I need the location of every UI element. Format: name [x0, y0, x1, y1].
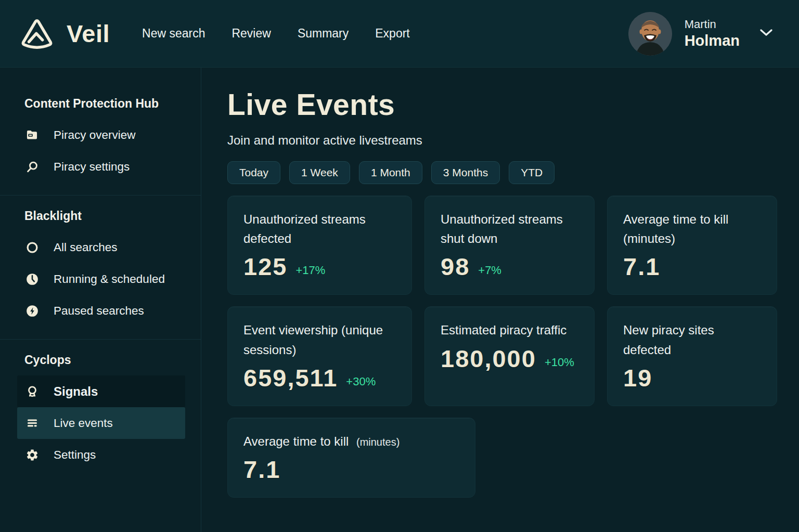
sidebar-divider: [0, 195, 201, 196]
sidebar-item-settings[interactable]: Settings: [17, 439, 185, 471]
sidebar-item-label: Piracy settings: [54, 160, 130, 174]
filter-1-week[interactable]: 1 Week: [289, 161, 350, 184]
page-subtitle: Join and monitor active livestreams: [227, 133, 777, 148]
metric-value: 659,511: [243, 364, 338, 392]
metric-value: 98: [441, 252, 470, 281]
section-heading: Content Protection Hub: [0, 97, 201, 111]
folder-icon: [25, 128, 39, 142]
sidebar-section-content-protection-hub: Content Protection Hub Piracy overview: [0, 97, 201, 193]
sidebar-item-signals[interactable]: Signals: [17, 375, 185, 407]
metric-value: 180,000: [441, 344, 536, 373]
nav-item-export[interactable]: Export: [375, 27, 409, 41]
metric-card-average-time-to-kill: Average time to kill (minutes) 7.1: [607, 196, 777, 295]
main-content: Live Events Join and monitor active live…: [201, 68, 799, 532]
metric-label: Average time to kill (minutes): [243, 432, 459, 451]
filter-3-months[interactable]: 3 Months: [431, 161, 500, 184]
user-name: Martin Holman: [685, 17, 740, 50]
veil-logo-icon: [17, 17, 57, 50]
metric-card-estimated-piracy-traffic: Estimated piracy traffic 180,000 +10%: [424, 306, 595, 406]
sidebar-item-live-events[interactable]: Live events: [17, 407, 185, 439]
sidebar-item-label: All searches: [54, 241, 118, 254]
sidebar: Content Protection Hub Piracy overview: [0, 68, 201, 532]
section-heading: Blacklight: [0, 209, 201, 223]
metric-delta: +7%: [478, 264, 501, 281]
sidebar-item-label: Live events: [54, 417, 113, 430]
sidebar-item-all-searches[interactable]: All searches: [17, 231, 185, 263]
metric-label: Unauthorized streams defected: [243, 210, 396, 248]
sidebar-item-piracy-settings[interactable]: Piracy settings: [17, 151, 185, 183]
circle-icon: [25, 240, 39, 254]
metric-value: 7.1: [243, 455, 280, 484]
filter-today[interactable]: Today: [227, 161, 280, 184]
metric-card-event-viewership: Event viewership (unique sessions) 659,5…: [227, 306, 412, 406]
clock-icon: [25, 272, 39, 286]
sidebar-item-label: Signals: [54, 384, 98, 399]
sidebar-section-cyclops: Cyclops Signals Live events: [0, 353, 201, 481]
metric-value: 125: [243, 252, 287, 281]
metric-delta: +17%: [295, 264, 325, 281]
signals-icon: [25, 384, 39, 398]
metric-label: Average time to kill (minutes): [623, 210, 761, 248]
metric-label: Event viewership (unique sessions): [243, 320, 396, 359]
avatar: [628, 12, 672, 56]
sidebar-item-label: Running & scheduled: [54, 273, 165, 286]
metric-card-new-piracy-sites-defected: New piracy sites defected 19: [607, 306, 777, 406]
nav-item-review[interactable]: Review: [231, 27, 270, 41]
list-icon: [25, 416, 39, 430]
filter-ytd[interactable]: YTD: [509, 161, 555, 184]
metric-value: 7.1: [623, 252, 660, 281]
sidebar-item-running-scheduled[interactable]: Running & scheduled: [17, 263, 185, 295]
metric-label: Estimated piracy traffic: [441, 320, 578, 340]
main-nav: New search Review Summary Export: [142, 27, 410, 41]
top-nav: Veil New search Review Summary Export: [0, 0, 799, 68]
brand-name: Veil: [67, 19, 110, 48]
user-last-name: Holman: [685, 31, 740, 50]
metric-cards-grid: Unauthorized streams defected 125 +17% U…: [227, 196, 777, 406]
metric-label-text: Average time to kill: [243, 434, 349, 448]
metric-value: 19: [623, 364, 652, 392]
metric-label: Unauthorized streams shut down: [441, 210, 578, 248]
metric-card-unauthorized-streams-defected: Unauthorized streams defected 125 +17%: [227, 196, 412, 295]
time-filter-group: Today 1 Week 1 Month 3 Months YTD: [227, 161, 777, 184]
chevron-down-icon: [759, 29, 773, 39]
metric-card-average-time-to-kill-wide: Average time to kill (minutes) 7.1: [227, 418, 475, 498]
gear-icon: [25, 448, 39, 462]
metric-card-unauthorized-streams-shut-down: Unauthorized streams shut down 98 +7%: [424, 196, 595, 295]
nav-item-new-search[interactable]: New search: [142, 27, 205, 41]
sidebar-item-paused-searches[interactable]: Paused searches: [17, 295, 185, 327]
sidebar-item-label: Paused searches: [54, 304, 144, 318]
section-heading: Cyclops: [0, 353, 201, 367]
bottom-card-row: Average time to kill (minutes) 7.1: [227, 418, 777, 498]
bolt-icon: [25, 304, 39, 318]
metric-delta: +10%: [545, 356, 574, 373]
sidebar-section-blacklight: Blacklight All searches Running & schedu…: [0, 209, 201, 337]
brand-logo[interactable]: Veil: [17, 17, 110, 50]
nav-item-summary[interactable]: Summary: [298, 27, 349, 41]
sidebar-item-label: Settings: [54, 448, 96, 462]
metric-label-suffix: (minutes): [356, 436, 400, 448]
sidebar-item-label: Piracy overview: [54, 128, 136, 142]
user-first-name: Martin: [685, 17, 740, 32]
metric-delta: +30%: [346, 375, 376, 392]
page-title: Live Events: [227, 87, 777, 122]
filter-1-month[interactable]: 1 Month: [359, 161, 422, 184]
user-menu[interactable]: Martin Holman: [628, 12, 778, 56]
search-icon: [25, 160, 39, 174]
metric-label: New piracy sites defected: [623, 320, 761, 359]
sidebar-item-piracy-overview[interactable]: Piracy overview: [17, 119, 185, 151]
sidebar-divider: [0, 339, 201, 340]
